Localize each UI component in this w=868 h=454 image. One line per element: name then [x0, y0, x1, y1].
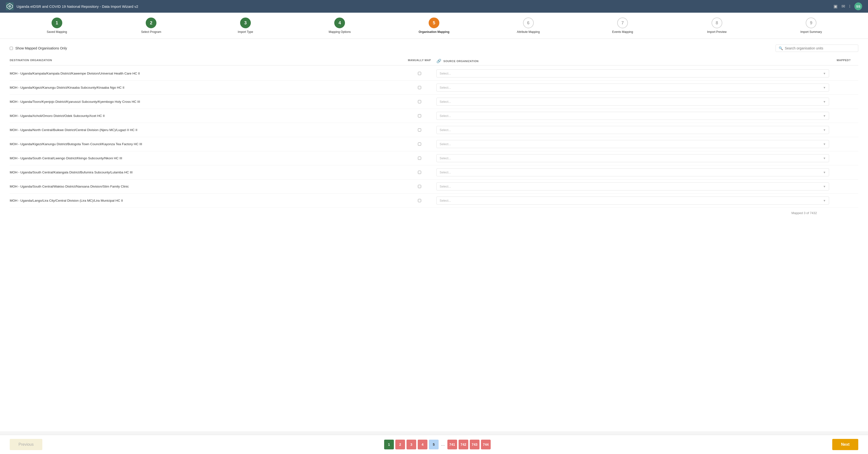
- manually-map-checkbox-6[interactable]: [418, 157, 421, 160]
- show-mapped-label[interactable]: Show Mapped Organisations Only: [15, 46, 67, 50]
- source-select-3[interactable]: Select... ▼: [436, 112, 829, 120]
- col-manually-map: MANUALLY MAP: [402, 59, 436, 63]
- manually-map-7: [402, 171, 436, 174]
- step-4[interactable]: 4 Mapping Options: [293, 18, 387, 34]
- step-2-label: Select Program: [141, 30, 161, 34]
- step-8[interactable]: 8 Import Preview: [670, 18, 764, 34]
- page-744-button[interactable]: 744: [481, 439, 491, 449]
- search-icon: 🔍: [779, 46, 783, 50]
- manually-map-8: [402, 185, 436, 188]
- dest-org-2: MOH - Uganda/Tooro/Kyenjojo District/Kya…: [10, 100, 402, 104]
- page-2-button[interactable]: 2: [395, 439, 405, 449]
- step-9[interactable]: 9 Import Summary: [764, 18, 859, 34]
- main-content: Show Mapped Organisations Only 🔍 DESTINA…: [0, 39, 868, 431]
- source-select-8[interactable]: Select... ▼: [436, 182, 829, 191]
- steps-bar: 1 Saved Mapping 2 Select Program 3 Impor…: [0, 13, 868, 39]
- manually-map-9: [402, 199, 436, 202]
- manually-map-4: [402, 129, 436, 132]
- page-4-button[interactable]: 4: [418, 439, 428, 449]
- manually-map-checkbox-2[interactable]: [418, 100, 421, 103]
- table-header: DESTINATION ORGANIZATION MANUALLY MAP 🔗 …: [10, 57, 858, 65]
- step-2[interactable]: 2 Select Program: [104, 18, 198, 34]
- step-5[interactable]: 5 Organisation Mapping: [387, 18, 481, 34]
- manually-map-checkbox-8[interactable]: [418, 185, 421, 188]
- step-9-circle: 9: [806, 18, 816, 28]
- col-mapped: MAPPED?: [829, 59, 858, 63]
- dest-org-4: MOH - Uganda/North Central/Buikwe Distri…: [10, 128, 402, 132]
- table-row: MOH - Uganda/South Central/Lwengo Distri…: [10, 151, 858, 165]
- previous-button[interactable]: Previous: [10, 439, 42, 450]
- dest-org-3: MOH - Uganda/Acholi/Omoro District/Odek …: [10, 114, 402, 118]
- dest-org-9: MOH - Uganda/Lango/Lira City/Central Div…: [10, 199, 402, 202]
- manually-map-6: [402, 157, 436, 160]
- step-1-label: Saved Mapping: [47, 30, 67, 34]
- table-row: MOH - Uganda/Kigezi/Kanungu District/Kin…: [10, 81, 858, 95]
- show-mapped-checkbox[interactable]: [10, 47, 13, 50]
- manually-map-checkbox-7[interactable]: [418, 171, 421, 174]
- source-select-6[interactable]: Select... ▼: [436, 154, 829, 162]
- page-741-button[interactable]: 741: [447, 439, 457, 449]
- col-destination: DESTINATION ORGANIZATION: [10, 59, 402, 63]
- link-icon: 🔗: [436, 59, 441, 63]
- header-left: Uganda eIDSR and COVID 19 National Repos…: [6, 2, 138, 10]
- step-7-label: Events Mapping: [612, 30, 633, 34]
- step-1[interactable]: 1 Saved Mapping: [10, 18, 104, 34]
- step-7[interactable]: 7 Events Mapping: [575, 18, 670, 34]
- step-5-circle: 5: [429, 18, 439, 28]
- manually-map-2: [402, 100, 436, 103]
- app-logo: [6, 2, 13, 10]
- dest-org-8: MOH - Uganda/South Central/Wakiso Distri…: [10, 185, 402, 188]
- source-select-4[interactable]: Select... ▼: [436, 126, 829, 134]
- source-select-5[interactable]: Select... ▼: [436, 140, 829, 148]
- search-input[interactable]: [785, 46, 855, 50]
- source-select-0[interactable]: Select... ▼: [436, 69, 829, 78]
- page-3-button[interactable]: 3: [406, 439, 416, 449]
- manually-map-1: [402, 86, 436, 89]
- source-select-2[interactable]: Select... ▼: [436, 98, 829, 106]
- source-select-9[interactable]: Select... ▼: [436, 197, 829, 205]
- manually-map-3: [402, 114, 436, 117]
- dest-org-7: MOH - Uganda/South Central/Kalangala Dis…: [10, 170, 402, 174]
- controls-row: Show Mapped Organisations Only 🔍: [10, 45, 858, 52]
- manually-map-checkbox-1[interactable]: [418, 86, 421, 89]
- manually-map-checkbox-3[interactable]: [418, 114, 421, 117]
- step-6-circle: 6: [523, 18, 534, 28]
- bottom-bar: Previous 1 2 3 4 5 … 741 742 743 744 Nex…: [0, 435, 868, 454]
- page-742-button[interactable]: 742: [459, 439, 468, 449]
- step-8-label: Import Preview: [707, 30, 727, 34]
- grid-icon[interactable]: ⁝: [849, 4, 850, 9]
- mail-icon[interactable]: ✉: [841, 4, 845, 9]
- manually-map-checkbox-9[interactable]: [418, 199, 421, 202]
- page-1-button[interactable]: 1: [384, 439, 394, 449]
- table-row: MOH - Uganda/Kampala/Kampala District/Ka…: [10, 66, 858, 81]
- header-right: ▣ ✉ ⁝ SS: [833, 2, 862, 10]
- manually-map-0: [402, 72, 436, 75]
- step-3-label: Import Type: [238, 30, 253, 34]
- source-select-1[interactable]: Select... ▼: [436, 84, 829, 92]
- col-source: 🔗 SOURCE ORGANIZATION: [436, 59, 829, 63]
- manually-map-5: [402, 142, 436, 146]
- manually-map-checkbox-0[interactable]: [418, 72, 421, 75]
- dest-org-5: MOH - Uganda/Kigezi/Kanungu District/But…: [10, 142, 402, 146]
- manually-map-checkbox-4[interactable]: [418, 129, 421, 132]
- table-body: MOH - Uganda/Kampala/Kampala District/Ka…: [10, 66, 858, 208]
- next-button[interactable]: Next: [832, 439, 858, 450]
- table-row: MOH - Uganda/Tooro/Kyenjojo District/Kya…: [10, 95, 858, 109]
- table-row: MOH - Uganda/North Central/Buikwe Distri…: [10, 123, 858, 137]
- dest-org-6: MOH - Uganda/South Central/Lwengo Distri…: [10, 157, 402, 160]
- mapped-count: Mapped 3 of 7432: [792, 211, 819, 215]
- dest-org-0: MOH - Uganda/Kampala/Kampala District/Ka…: [10, 72, 402, 75]
- step-3[interactable]: 3 Import Type: [198, 18, 293, 34]
- table-row: MOH - Uganda/South Central/Wakiso Distri…: [10, 179, 858, 194]
- user-avatar[interactable]: SS: [855, 2, 862, 10]
- search-box: 🔍: [776, 45, 858, 52]
- app-header: Uganda eIDSR and COVID 19 National Repos…: [0, 0, 868, 13]
- step-6[interactable]: 6 Attribute Mapping: [481, 18, 576, 34]
- source-select-7[interactable]: Select... ▼: [436, 168, 829, 176]
- page-5-button[interactable]: 5: [429, 439, 439, 449]
- page-743-button[interactable]: 743: [470, 439, 479, 449]
- step-9-label: Import Summary: [800, 30, 822, 34]
- chat-icon[interactable]: ▣: [833, 4, 838, 9]
- app-title: Uganda eIDSR and COVID 19 National Repos…: [17, 4, 138, 8]
- manually-map-checkbox-5[interactable]: [418, 142, 421, 146]
